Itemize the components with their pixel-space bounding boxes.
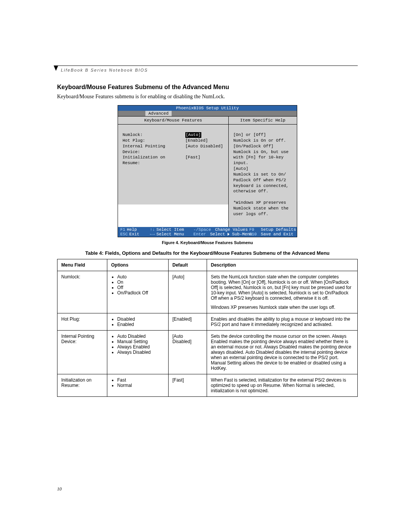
option-item: Normal <box>117 383 164 388</box>
cell-field: Hot Plug: <box>57 313 107 330</box>
options-table: Menu Field Options Default Description N… <box>57 259 358 397</box>
bios-help-line: [Auto] <box>233 166 293 172</box>
option-item: Enabled <box>117 322 164 327</box>
bios-help-line: keyboard is connected, <box>233 183 293 189</box>
bios-help-line: Numlock is set to On/ <box>233 172 293 177</box>
bios-help-line: Numlock is On, but use <box>233 149 293 155</box>
table-row: Hot Plug:DisabledEnabled[Enabled]Enables… <box>57 313 358 330</box>
bios-help-line: user logs off. <box>233 211 293 217</box>
bios-field-label: Hot Plug: <box>123 138 185 144</box>
bios-help-line: Numlock state when the <box>233 206 293 211</box>
cell-description: Sets the NumLock function state when the… <box>207 271 358 313</box>
option-item: Always Disabled <box>117 350 164 355</box>
bios-help-line: otherwise Off. <box>233 189 293 194</box>
cell-description: Sets the device controlling the mouse cu… <box>207 330 358 374</box>
table-row: Initialization on Resume:FastNormal[Fast… <box>57 374 358 396</box>
option-item: Fast <box>117 377 164 383</box>
cell-default: [Enabled] <box>169 313 207 330</box>
cell-description: Enables and disables the ability to plug… <box>207 313 358 330</box>
cell-default: [Fast] <box>169 374 207 396</box>
option-item: Always Enabled <box>117 344 164 350</box>
section-title: Keyboard/Mouse Features Submenu of the A… <box>57 84 358 91</box>
cell-field: Numlock: <box>57 271 107 313</box>
bios-help-line: [On/Padlock Off] <box>233 144 293 149</box>
cell-options: AutoOnOffOn/Padlock Off <box>107 271 169 313</box>
cell-options: DisabledEnabled <box>107 313 169 330</box>
bios-field-label: Internal Pointing Device: <box>123 144 185 155</box>
option-item: Auto <box>117 274 164 280</box>
bios-field-label: Initialization on Resume: <box>123 155 185 166</box>
bios-help-line: *Windows XP preserves <box>233 200 293 206</box>
figure-caption: Figure 4. Keyboard/Mouse Features Submen… <box>57 240 358 245</box>
option-item: Off <box>117 285 164 290</box>
bios-field-value[interactable]: [Fast] <box>185 155 201 166</box>
bios-right-header: Item Specific Help <box>229 117 297 125</box>
option-item: On/Padlock Off <box>117 290 164 296</box>
bios-help: [On] or [Off]Numlock is On or Off.[On/Pa… <box>229 125 297 227</box>
bios-help-line: Padlock Off when PS/2 <box>233 177 293 183</box>
bios-help-line: with [Fn] for 10-key <box>233 155 293 160</box>
table-row: Numlock:AutoOnOffOn/Padlock Off[Auto]Set… <box>57 271 358 313</box>
cell-options: Auto DisabledManual SettingAlways Enable… <box>107 330 169 374</box>
bios-help-line: [On] or [Off] <box>233 132 293 138</box>
option-item: On <box>117 280 164 285</box>
th-options: Options <box>107 259 169 271</box>
bios-field-label: Numlock: <box>123 132 185 138</box>
header-rule <box>56 66 358 66</box>
bios-field-value[interactable]: [Auto Disabled] <box>185 144 223 155</box>
option-item: Disabled <box>117 316 164 322</box>
bios-tabs: Advanced <box>118 111 297 116</box>
running-header: LifeBook B Series Notebook BIOS <box>61 68 148 72</box>
bios-help-line <box>233 194 293 200</box>
bios-field-value-selected[interactable]: [Auto] <box>185 132 201 138</box>
bios-help-line: Numlock is On or Off. <box>233 138 293 144</box>
header-arrow-icon <box>54 66 58 71</box>
cell-description: When Fast is selected, initialization fo… <box>207 374 358 396</box>
bios-footer: F1Help ↑↓Select Item -/Space Change Valu… <box>118 227 297 237</box>
cell-field: Initialization on Resume: <box>57 374 107 396</box>
section-intro: Keyboard/Mouse Features submenu is for e… <box>57 94 358 100</box>
bios-help-line: input. <box>233 160 293 166</box>
table-title: Table 4: Fields, Options and Defaults fo… <box>57 250 358 256</box>
th-field: Menu Field <box>57 259 107 271</box>
bios-field-value[interactable]: [Enabled] <box>185 138 208 144</box>
cell-field: Internal Pointing Device: <box>57 330 107 374</box>
table-row: Internal Pointing Device:Auto DisabledMa… <box>57 330 358 374</box>
option-item: Manual Setting <box>117 339 164 344</box>
table-header-row: Menu Field Options Default Description <box>57 259 358 271</box>
cell-default: [Auto] <box>169 271 207 313</box>
cell-default: [Auto Disabled] <box>169 330 207 374</box>
triangle-right-icon <box>228 233 229 236</box>
bios-window: PhoenixBIOS Setup Utility Advanced Keybo… <box>118 105 297 237</box>
cell-options: FastNormal <box>107 374 169 396</box>
page-number: 10 <box>57 486 62 492</box>
bios-tab-advanced[interactable]: Advanced <box>145 111 172 116</box>
option-item: Auto Disabled <box>117 334 164 339</box>
th-default: Default <box>169 259 207 271</box>
bios-fields: Numlock: [Auto] Hot Plug: [Enabled] Inte… <box>118 125 228 204</box>
bios-left-header: Keyboard/Mouse Features <box>118 117 228 125</box>
th-description: Description <box>207 259 358 271</box>
bios-title: PhoenixBIOS Setup Utility <box>118 105 297 111</box>
